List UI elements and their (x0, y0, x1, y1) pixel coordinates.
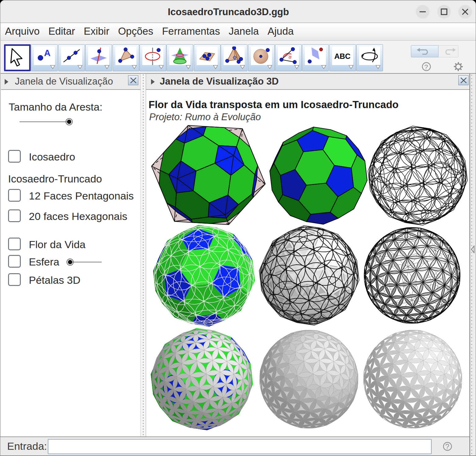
svg-text:ABC: ABC (334, 52, 350, 60)
svg-text:α: α (289, 54, 292, 59)
svg-text:A: A (44, 48, 51, 58)
svg-text:?: ? (424, 63, 428, 71)
svg-text:?: ? (445, 443, 449, 451)
